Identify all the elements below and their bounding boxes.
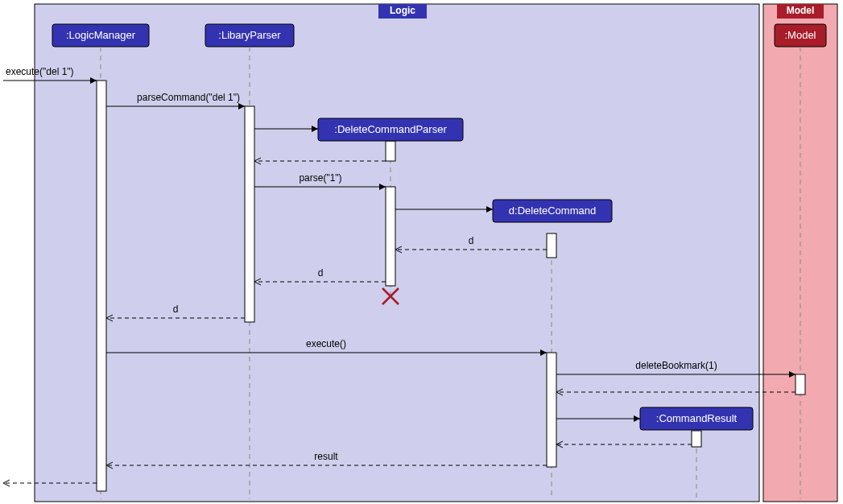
sequence-diagram: Logic Model :LogicManager :LibaryParser …: [0, 0, 843, 504]
activation-dcp-1: [386, 141, 395, 161]
participant-delete-command-label: d:DeleteCommand: [509, 204, 596, 217]
activation-libary-parser: [245, 106, 254, 322]
activation-dc-2: [547, 353, 556, 467]
msg-return-d1-label: d: [469, 235, 474, 246]
msg-execute2-label: execute(): [306, 338, 346, 349]
msg-result-label: result: [314, 451, 338, 462]
msg-deletebookmark-label: deleteBookmark(1): [635, 360, 717, 371]
activation-dcp-2: [386, 187, 395, 286]
participant-libary-parser-label: :LibaryParser: [218, 29, 281, 41]
msg-execute-label: execute("del 1"): [6, 66, 74, 77]
activation-logic-manager: [97, 81, 106, 491]
activation-dc-1: [547, 233, 556, 258]
msg-return-d2-label: d: [318, 267, 324, 279]
participant-command-result-label: :CommandResult: [656, 412, 738, 424]
participant-logic-manager-label: :LogicManager: [66, 29, 136, 41]
model-frame-label: Model: [787, 5, 815, 16]
msg-parse-label: parse("1"): [299, 172, 341, 184]
msg-return-d3-label: d: [173, 304, 179, 315]
activation-command-result: [692, 431, 701, 447]
participant-model-label: :Model: [784, 29, 816, 41]
msg-parsecommand-label: parseCommand("del 1"): [137, 92, 240, 103]
activation-model: [795, 374, 805, 395]
participant-delete-command-parser-label: :DeleteCommandParser: [334, 123, 447, 135]
logic-frame-label: Logic: [390, 5, 415, 16]
